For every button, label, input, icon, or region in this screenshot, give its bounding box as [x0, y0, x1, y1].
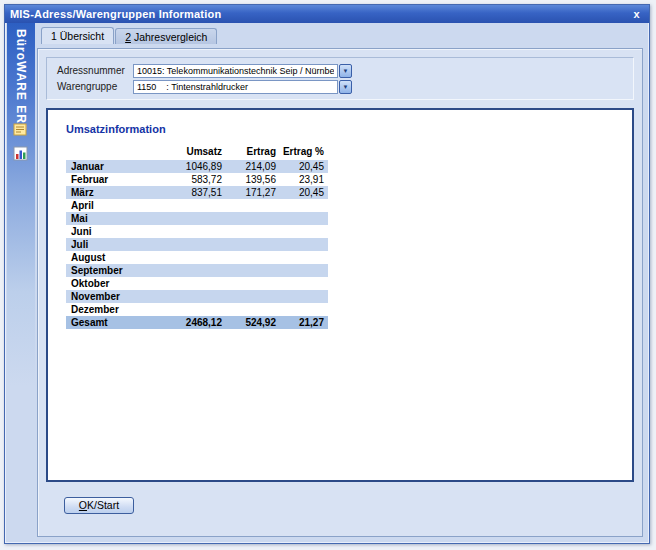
tab-accel: 2	[125, 31, 131, 43]
notes-icon[interactable]	[12, 121, 29, 138]
tab-label: Jahresvergleich	[134, 31, 208, 43]
tab-uebersicht[interactable]: 1 Übersicht	[41, 27, 114, 44]
adressnummer-field[interactable]	[133, 64, 338, 78]
table-row: Januar1046,89214,0920,45	[66, 160, 328, 173]
adressnummer-label: Adressnummer	[57, 65, 133, 76]
table-row: Dezember	[66, 303, 328, 316]
umsatz-panel: Umsatzinformation Umsatz Ertrag Ertrag %	[46, 108, 634, 482]
close-icon[interactable]: x	[629, 8, 644, 21]
tab-panel: Adressnummer ▼ Warengruppe ▼ Umsatzinfor…	[37, 48, 643, 537]
warengruppe-label: Warengruppe	[57, 81, 133, 92]
col-header-ertrag-pct: Ertrag %	[280, 144, 328, 160]
brand-label: BüroWARE ERP	[14, 23, 28, 133]
tab-label: Übersicht	[60, 30, 104, 42]
filter-form: Adressnummer ▼ Warengruppe ▼	[46, 57, 634, 100]
total-label: Gesamt	[66, 316, 162, 329]
window-body: BüroWARE ERP 1 Übersicht	[7, 23, 647, 541]
table-row: September	[66, 264, 328, 277]
total-ertrag: 524,92	[226, 316, 280, 329]
table-row: Juli	[66, 238, 328, 251]
window-title: MIS-Adress/Warengruppen Information	[10, 8, 629, 20]
ok-start-button[interactable]: OK/Start	[64, 497, 134, 514]
tab-jahresvergleich[interactable]: 2 Jahresvergleich	[115, 28, 217, 44]
table-row: März837,51171,2720,45	[66, 186, 328, 199]
app-window: MIS-Adress/Warengruppen Information x Bü…	[4, 4, 650, 544]
adressnummer-dropdown-icon[interactable]: ▼	[339, 64, 352, 78]
sidebar: BüroWARE ERP	[7, 23, 35, 541]
table-header-row: Umsatz Ertrag Ertrag %	[66, 144, 328, 160]
table-row: Juni	[66, 225, 328, 238]
col-header-month	[66, 144, 162, 160]
table-row: November	[66, 290, 328, 303]
table-row: Oktober	[66, 277, 328, 290]
col-header-umsatz: Umsatz	[162, 144, 226, 160]
umsatz-table: Umsatz Ertrag Ertrag % Januar1046,89214,…	[66, 144, 328, 329]
warengruppe-dropdown-icon[interactable]: ▼	[339, 80, 352, 94]
warengruppe-field[interactable]	[133, 80, 338, 94]
titlebar[interactable]: MIS-Adress/Warengruppen Information x	[5, 5, 649, 23]
panel-title: Umsatzinformation	[66, 123, 632, 135]
panel-footer: OK/Start	[46, 482, 634, 528]
table-total-row: Gesamt 2468,12 524,92 21,27	[66, 316, 328, 329]
table-row: Mai	[66, 212, 328, 225]
umsatz-table-body: Januar1046,89214,0920,45Februar583,72139…	[66, 160, 328, 316]
tab-bar: 1 Übersicht 2 Jahresvergleich	[35, 23, 645, 44]
main-area: 1 Übersicht 2 Jahresvergleich Adressnumm…	[35, 23, 645, 539]
total-umsatz: 2468,12	[162, 316, 226, 329]
table-row: Februar583,72139,5623,91	[66, 173, 328, 186]
chart-icon[interactable]	[12, 145, 29, 162]
table-row: April	[66, 199, 328, 212]
tab-accel: 1	[51, 30, 57, 42]
total-ertrag-pct: 21,27	[280, 316, 328, 329]
table-row: August	[66, 251, 328, 264]
col-header-ertrag: Ertrag	[226, 144, 280, 160]
